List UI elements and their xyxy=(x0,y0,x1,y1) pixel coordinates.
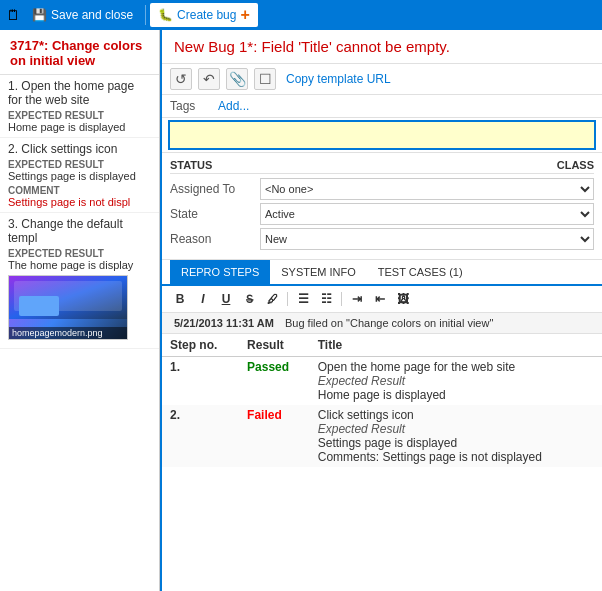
create-bug-label: Create bug xyxy=(177,8,236,22)
table-row: 1.PassedOpen the home page for the web s… xyxy=(162,357,602,406)
steps-table: Step no. Result Title 1.PassedOpen the h… xyxy=(162,334,602,467)
expected-label: EXPECTED RESULT xyxy=(8,159,151,170)
assigned-to-row: Assigned To <No one> xyxy=(170,178,594,200)
result-cell: Passed xyxy=(239,357,310,406)
date-header: 5/21/2013 11:31 AM Bug filed on "Change … xyxy=(162,313,602,334)
tags-row: Tags Add... xyxy=(162,95,602,118)
status-header: STATUS CLASS xyxy=(170,159,594,174)
status-header-right: CLASS xyxy=(557,159,594,171)
tab-repro-steps[interactable]: REPRO STEPS xyxy=(170,260,270,284)
sub-label: Expected Result xyxy=(318,374,594,388)
bug-title-error: New Bug 1*: Field 'Title' cannot be empt… xyxy=(174,38,590,55)
underline-icon[interactable]: U xyxy=(216,289,236,309)
date-header-text: Bug filed on "Change colors on initial v… xyxy=(285,317,493,329)
step-action-text: Change the default templ xyxy=(8,217,123,245)
outdent-icon[interactable]: ⇤ xyxy=(370,289,390,309)
table-row: 2.FailedClick settings iconExpected Resu… xyxy=(162,405,602,467)
tabs-row: REPRO STEPS SYSTEM INFO TEST CASES (1) xyxy=(162,260,602,286)
bug-title-prefix: New Bug 1*: xyxy=(174,38,257,55)
col-title: Title xyxy=(310,334,602,357)
copy-template-url-link[interactable]: Copy template URL xyxy=(286,72,391,86)
expected-label: EXPECTED RESULT xyxy=(8,248,151,259)
bug-toolbar: ↺ ↶ 📎 ☐ Copy template URL xyxy=(162,64,602,95)
left-panel: 3717*: Change colors on initial view 1. … xyxy=(0,30,160,591)
title-cell: Open the home page for the web siteExpec… xyxy=(310,357,602,406)
expected-label: EXPECTED RESULT xyxy=(8,110,151,121)
comment-label: COMMENT xyxy=(8,185,151,196)
sub-text: Home page is displayed xyxy=(318,388,594,402)
state-label: State xyxy=(170,207,260,221)
list-icon[interactable]: ☰ xyxy=(293,289,313,309)
step-number-label: 2. xyxy=(8,142,18,156)
state-select[interactable]: Active xyxy=(260,203,594,225)
status-header-left: STATUS xyxy=(170,159,212,171)
save-close-button[interactable]: 💾 Save and close xyxy=(24,3,141,27)
page-title: 3717*: Change colors on initial view xyxy=(0,30,159,75)
reason-select[interactable]: New xyxy=(260,228,594,250)
assigned-to-select[interactable]: <No one> xyxy=(260,178,594,200)
step-action-text: Click settings icon xyxy=(21,142,117,156)
expected-result: Home page is displayed xyxy=(8,121,151,133)
step-comment: Settings page is not displ xyxy=(8,196,151,208)
main-toolbar: 🗒 💾 Save and close 🐛 Create bug + xyxy=(0,0,602,30)
strikethrough-icon[interactable]: S̶ xyxy=(239,289,259,309)
reason-label: Reason xyxy=(170,232,260,246)
toolbar-separator xyxy=(145,5,146,25)
step-action-text: Open the home page for the web site xyxy=(8,79,134,107)
image-label: homepagemodern.png xyxy=(9,327,127,339)
list-item: 2. Click settings icon EXPECTED RESULT S… xyxy=(0,138,159,213)
expected-result: Settings page is displayed xyxy=(8,170,151,182)
indent-icon[interactable]: ⇥ xyxy=(347,289,367,309)
bold-icon[interactable]: B xyxy=(170,289,190,309)
tab-test-cases[interactable]: TEST CASES (1) xyxy=(367,260,474,284)
comment-cell: Comments: Settings page is not displayed xyxy=(318,450,594,464)
step-number: 1. Open the home page for the web site xyxy=(8,79,151,107)
tab-system-info[interactable]: SYSTEM INFO xyxy=(270,260,367,284)
bug-form-panel: New Bug 1*: Field 'Title' cannot be empt… xyxy=(160,30,602,591)
image-icon[interactable]: 🖼 xyxy=(393,289,413,309)
ordered-list-icon[interactable]: ☷ xyxy=(316,289,336,309)
step-action: 2. Click settings icon xyxy=(8,142,151,156)
copy-icon[interactable]: ☐ xyxy=(254,68,276,90)
bug-title-error-msg: Field 'Title' cannot be empty. xyxy=(257,38,449,55)
highlight-icon[interactable]: 🖊 xyxy=(262,289,282,309)
app-icon: 🗒 xyxy=(6,7,20,23)
reason-row: Reason New xyxy=(170,228,594,250)
repro-sep1 xyxy=(287,292,288,306)
expected-result: The home page is display xyxy=(8,259,151,271)
bug-header: New Bug 1*: Field 'Title' cannot be empt… xyxy=(162,30,602,64)
title-input-row xyxy=(162,118,602,153)
date-header-date: 5/21/2013 11:31 AM xyxy=(174,317,274,329)
tags-add-button[interactable]: Add... xyxy=(218,99,249,113)
repro-sep2 xyxy=(341,292,342,306)
repro-toolbar: B I U S̶ 🖊 ☰ ☷ ⇥ ⇤ 🖼 xyxy=(162,286,602,313)
list-item: 1. Open the home page for the web site E… xyxy=(0,75,159,138)
status-section: STATUS CLASS Assigned To <No one> State … xyxy=(162,153,602,260)
step-no-cell: 2. xyxy=(162,405,239,467)
refresh-icon[interactable]: ↺ xyxy=(170,68,192,90)
title-input[interactable] xyxy=(170,122,594,148)
undo-icon[interactable]: ↶ xyxy=(198,68,220,90)
main-content: 3717*: Change colors on initial view 1. … xyxy=(0,30,602,591)
step-no-cell: 1. xyxy=(162,357,239,406)
step-action: 3. Change the default templ xyxy=(8,217,151,245)
assigned-to-label: Assigned To xyxy=(170,182,260,196)
col-result: Result xyxy=(239,334,310,357)
list-item: 3. Change the default templ EXPECTED RES… xyxy=(0,213,159,349)
bug-icon: 🐛 xyxy=(158,8,173,22)
save-close-label: Save and close xyxy=(51,8,133,22)
result-cell: Failed xyxy=(239,405,310,467)
create-bug-button[interactable]: 🐛 Create bug + xyxy=(150,3,258,27)
italic-icon[interactable]: I xyxy=(193,289,213,309)
sub-label: Expected Result xyxy=(318,422,594,436)
step-number-label: 3. xyxy=(8,217,18,231)
title-cell: Click settings iconExpected ResultSettin… xyxy=(310,405,602,467)
bug-content: 5/21/2013 11:31 AM Bug filed on "Change … xyxy=(162,313,602,591)
step-number-label: 1. xyxy=(8,79,18,93)
state-row: State Active xyxy=(170,203,594,225)
attachment-icon[interactable]: 📎 xyxy=(226,68,248,90)
step-image: homepagemodern.png xyxy=(8,275,128,340)
plus-icon: + xyxy=(240,6,249,24)
save-icon: 💾 xyxy=(32,8,47,22)
tags-label: Tags xyxy=(170,99,210,113)
